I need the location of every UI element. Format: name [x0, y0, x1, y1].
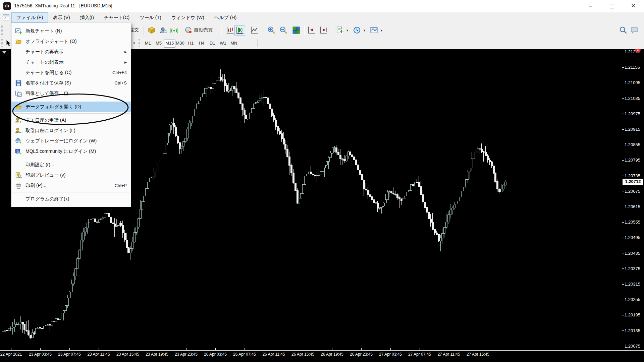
menubar-item-H[interactable]: ヘルプ (H): [209, 12, 241, 23]
no-icon: [14, 162, 23, 168]
window-title: 1575156: XMTrading-Real 11 - [EURUSD,M15…: [14, 3, 112, 8]
price-tick-label: 1.20315: [625, 282, 640, 287]
menu-item-label: 画像として保存... (i): [25, 90, 68, 97]
tile-windows-icon[interactable]: [291, 25, 301, 35]
community-icon[interactable]: [158, 25, 168, 35]
line-chart-icon[interactable]: [249, 25, 259, 35]
menu-item[interactable]: オフラインチャート (O): [11, 36, 131, 47]
chevron-down-icon[interactable]: ▼: [380, 29, 383, 32]
zoom-out-icon[interactable]: [278, 25, 288, 35]
chart-shift-icon[interactable]: [319, 25, 329, 35]
toolbar-grip[interactable]: [1, 39, 3, 47]
timeframe-button-H4[interactable]: H4: [196, 40, 207, 47]
indicators-icon[interactable]: [335, 25, 345, 35]
price-tick-label: 1.20375: [625, 266, 640, 271]
menubar-item-C[interactable]: チャート(C): [99, 12, 135, 23]
current-price-marker: 1.20712: [623, 179, 643, 185]
autotrading-button[interactable]: 自動売買: [194, 27, 213, 33]
package-icon[interactable]: [147, 25, 157, 35]
webtrader-icon: [14, 138, 23, 144]
menu-item[interactable]: デモ口座の申請 (A): [11, 115, 131, 125]
menu-item[interactable]: データフォルダを開く (D): [11, 102, 131, 112]
title-bar: 1575156: XMTrading-Real 11 - [EURUSD,M15…: [0, 0, 644, 13]
chart-window-icon[interactable]: [3, 14, 9, 20]
close-icon[interactable]: ✕: [624, 0, 643, 12]
timeframe-button-M30[interactable]: M30: [175, 40, 185, 47]
autotrading-icon[interactable]: [183, 25, 194, 35]
timeframe-button-W1[interactable]: W1: [218, 40, 228, 47]
menubar-item-V[interactable]: 表示 (V): [48, 12, 75, 23]
price-tick-label: 1.20675: [625, 189, 640, 194]
chevron-down-icon[interactable]: ▼: [346, 29, 349, 32]
price-tick-label: 1.20975: [625, 111, 640, 116]
open-folder-icon: [14, 104, 23, 110]
no-icon: [14, 49, 23, 55]
no-icon: [14, 69, 23, 76]
menu-item-label: MQL5.community にログイン (M): [25, 148, 96, 155]
menu-item[interactable]: 取引口座にログイン (L): [11, 125, 131, 136]
menu-item[interactable]: プログラムの終了(x): [11, 194, 131, 204]
menu-item-label: 印刷 (P)...: [25, 183, 46, 189]
timeframe-button-H1[interactable]: H1: [185, 40, 196, 47]
toolbar-grip[interactable]: [139, 39, 140, 47]
price-tick-label: 1.20855: [625, 142, 640, 147]
menu-item[interactable]: ウェブトレーダーにログイン (W): [11, 136, 131, 146]
timeframe-button-MN[interactable]: MN: [228, 40, 239, 47]
menu-item[interactable]: 画像として保存... (i): [11, 88, 131, 99]
menu-item-label: 名前を付けて保存 (S): [25, 80, 71, 86]
menu-item[interactable]: 新規チャート (N): [11, 26, 131, 36]
chat-icon[interactable]: [629, 25, 639, 35]
timeframe-button-M15[interactable]: M15: [164, 40, 175, 48]
menu-item[interactable]: 印刷プレビュー (v): [11, 170, 131, 180]
separator: [257, 39, 258, 47]
menu-items: ファイル (F)表示 (V)挿入(I)チャート(C)ツール (T)ウィンドウ (…: [11, 12, 241, 23]
time-tick-label: 27 Apr 11:45: [437, 352, 460, 357]
time-tick-label: 27 Apr 07:45: [408, 352, 431, 357]
menubar-item-F[interactable]: ファイル (F): [11, 12, 48, 23]
menu-item[interactable]: 印刷設定 (r)...: [11, 160, 131, 170]
menu-item[interactable]: チャートを閉じる (C)Ctrl+F4: [11, 67, 131, 78]
price-tick-label: 1.20075: [625, 344, 640, 349]
new-chart-icon: [14, 28, 23, 35]
timeframe-button-M5[interactable]: M5: [153, 40, 164, 47]
price-tick-label: 1.20135: [625, 328, 640, 333]
periods-icon[interactable]: [352, 25, 362, 35]
menu-item[interactable]: チャートの組表示▶: [11, 57, 131, 67]
menu-item-label: プログラムの終了(x): [25, 196, 69, 202]
menubar-item-T[interactable]: ツール (T): [135, 12, 166, 23]
zoom-in-icon[interactable]: [266, 25, 276, 35]
timeframe-button-D1[interactable]: D1: [207, 40, 218, 47]
maximize-icon[interactable]: [602, 0, 621, 12]
time-tick-label: 22 Apr 2021: [0, 352, 22, 357]
time-tick-label: 26 Apr 03:45: [204, 352, 227, 357]
auto-scroll-icon[interactable]: [307, 25, 317, 35]
menu-item[interactable]: 名前を付けて保存 (S)Ctrl+S: [11, 78, 131, 88]
menubar-item-W[interactable]: ウィンドウ (W): [166, 12, 209, 23]
save-image-icon: [14, 90, 23, 97]
price-tick-label: 1.20435: [625, 251, 640, 256]
menu-item-label: チャートの組表示: [25, 59, 63, 65]
signals-icon[interactable]: [169, 25, 179, 35]
symbol-dropdown-arrow-icon[interactable]: ▼: [131, 40, 137, 47]
print-icon: [14, 182, 23, 189]
price-tick-label: 1.21095: [625, 80, 640, 85]
minimize-icon[interactable]: –: [581, 0, 600, 12]
menu-item[interactable]: 印刷 (P)...Ctrl+P: [11, 180, 131, 191]
save-icon: [14, 80, 23, 86]
candlestick-icon[interactable]: [234, 25, 245, 36]
menu-item[interactable]: 5MQL5.community にログイン (M): [11, 146, 131, 157]
separator: [144, 25, 144, 35]
price-tick-label: 1.20915: [625, 127, 640, 132]
bar-chart-icon[interactable]: [225, 25, 235, 35]
time-tick-label: 26 Apr 19:45: [321, 352, 343, 357]
menubar-item-I[interactable]: 挿入(I): [75, 12, 99, 23]
menu-divider: [12, 192, 130, 192]
chevron-down-icon[interactable]: ▼: [363, 29, 366, 32]
timeframe-button-M1[interactable]: M1: [143, 40, 153, 47]
search-icon[interactable]: [618, 25, 628, 35]
offline-chart-icon: [14, 38, 23, 45]
menu-item-label: 印刷プレビュー (v): [25, 172, 66, 178]
menu-item[interactable]: チャートの再表示▶: [11, 47, 131, 57]
toolbar-grip[interactable]: [1, 25, 3, 36]
templates-icon[interactable]: [369, 25, 379, 35]
